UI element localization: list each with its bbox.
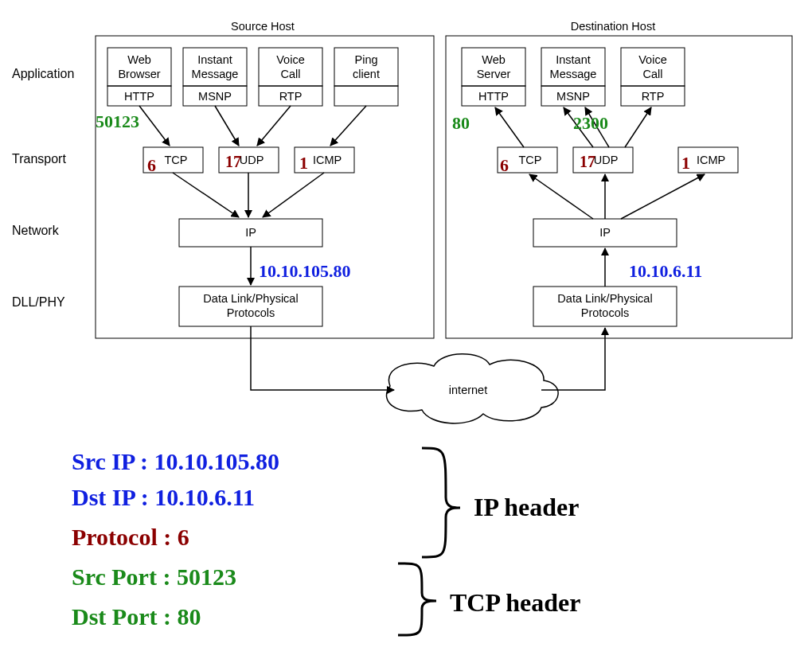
svg-text:HTTP: HTTP [124, 90, 154, 103]
svg-text:RTP: RTP [642, 90, 665, 103]
src-app-2: Voice Call RTP [259, 48, 322, 106]
svg-text:Instant: Instant [197, 53, 232, 66]
layer-transport: Transport [12, 152, 66, 166]
src-port-annot: 50123 [96, 111, 139, 131]
svg-text:Call: Call [643, 68, 663, 80]
svg-text:Web: Web [127, 53, 151, 66]
svg-line-31 [139, 106, 170, 146]
svg-text:Call: Call [281, 68, 301, 80]
diagram: Application Transport Network DLL/PHY So… [0, 0, 812, 659]
cloud-label: internet [449, 384, 487, 396]
svg-text:Voice: Voice [276, 53, 304, 66]
dst-port80: 80 [452, 113, 470, 133]
src-ip-annot: 10.10.105.80 [259, 261, 351, 281]
note-srcip: Src IP : 10.10.105.80 [72, 448, 279, 474]
note-dstport: Dst Port : 80 [72, 603, 201, 630]
note-srcport: Src Port : 50123 [72, 563, 236, 590]
src-app-3: Ping client [334, 48, 398, 106]
packet-notes: Src IP : 10.10.105.80 Dst IP : 10.10.6.1… [72, 448, 580, 635]
internet-cloud: internet [387, 354, 559, 423]
layer-dllphy: DLL/PHY [12, 295, 65, 309]
note-dstip: Dst IP : 10.10.6.11 [72, 484, 255, 510]
svg-text:UDP: UDP [240, 154, 264, 166]
svg-text:Instant: Instant [556, 53, 591, 66]
svg-text:MSNP: MSNP [556, 90, 590, 103]
svg-text:IP: IP [245, 226, 256, 239]
dst-ip-annot: 10.10.6.11 [629, 261, 702, 281]
dst-udp-proto: 17 [580, 153, 595, 170]
dst-dll: Data Link/Physical Protocols [533, 287, 677, 326]
svg-text:Ping: Ping [354, 53, 377, 66]
dst-app-0: Web Server HTTP [462, 48, 525, 106]
svg-text:HTTP: HTTP [478, 90, 509, 103]
svg-line-33 [257, 106, 291, 146]
source-host-title: Source Host [231, 20, 295, 33]
svg-text:Protocols: Protocols [227, 306, 275, 319]
src-dll: Data Link/Physical Protocols [179, 287, 322, 326]
svg-text:Data Link/Physical: Data Link/Physical [557, 292, 652, 305]
note-tcphdr: TCP header [450, 588, 580, 617]
src-udp-proto: 17 [225, 153, 241, 170]
dst-ip: IP [533, 219, 677, 247]
layer-network: Network [12, 224, 60, 237]
svg-line-32 [215, 106, 239, 146]
svg-text:Voice: Voice [638, 53, 666, 66]
svg-line-34 [330, 106, 366, 146]
src-ip: IP [179, 219, 322, 247]
svg-line-70 [529, 174, 593, 219]
svg-text:IP: IP [599, 226, 611, 239]
src-app-1: Instant Message MSNP [183, 48, 247, 106]
dst-app-1: Instant Message MSNP [541, 48, 605, 106]
dst-icmp-proto: 1 [681, 153, 690, 173]
note-proto: Protocol : 6 [72, 524, 189, 550]
svg-text:TCP: TCP [519, 154, 542, 166]
svg-text:RTP: RTP [279, 90, 303, 103]
svg-line-72 [621, 174, 705, 219]
src-app-0: Web Browser HTTP [107, 48, 171, 106]
svg-text:client: client [353, 68, 380, 80]
svg-line-35 [173, 173, 239, 217]
svg-line-37 [263, 173, 324, 217]
svg-text:Web: Web [482, 53, 506, 66]
svg-line-69 [625, 107, 651, 147]
svg-text:Message: Message [550, 68, 597, 80]
svg-text:Message: Message [192, 68, 239, 80]
svg-text:UDP: UDP [594, 154, 619, 166]
src-icmp-proto: 1 [299, 153, 308, 173]
svg-text:Server: Server [477, 68, 511, 80]
destination-host: Destination Host Web Server HTTP Instant… [446, 20, 792, 338]
svg-text:ICMP: ICMP [697, 154, 725, 166]
svg-text:Data Link/Physical: Data Link/Physical [203, 292, 298, 305]
src-tcp-proto: 6 [147, 155, 156, 175]
svg-rect-17 [334, 86, 398, 106]
dst-app-2: Voice Call RTP [621, 48, 685, 106]
source-host: Source Host Web Browser HTTP Instant Mes… [96, 20, 434, 338]
svg-text:Protocols: Protocols [581, 306, 629, 319]
layer-application: Application [12, 67, 74, 80]
dst-tcp-proto: 6 [500, 155, 509, 175]
svg-line-66 [495, 107, 524, 147]
svg-text:MSNP: MSNP [198, 90, 232, 103]
svg-text:Browser: Browser [118, 68, 160, 80]
svg-text:ICMP: ICMP [313, 154, 342, 166]
note-iphdr: IP header [474, 493, 579, 521]
dest-host-title: Destination Host [571, 20, 655, 33]
dst-port2300: 2300 [573, 113, 608, 133]
svg-text:TCP: TCP [165, 154, 188, 166]
